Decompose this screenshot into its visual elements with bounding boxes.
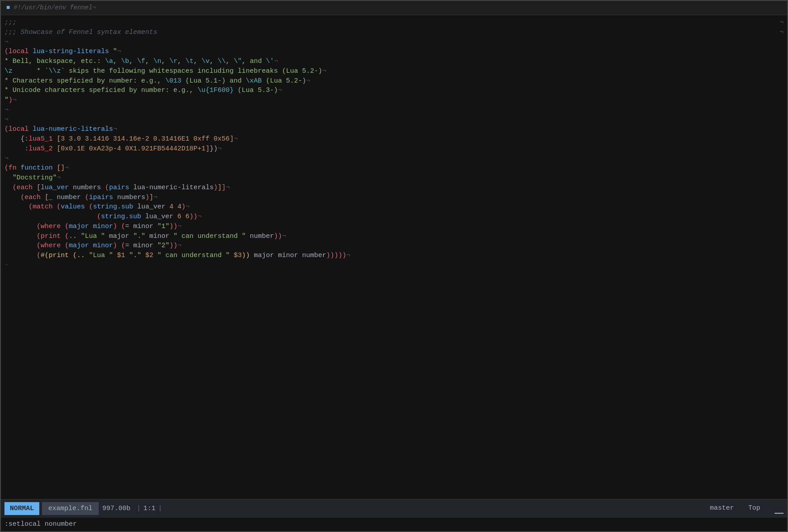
code-line-23: (print (.. "Lua " major "." minor " can …: [1, 232, 787, 241]
code-line-21: (string.sub lua_ver 6 6))¬: [1, 212, 787, 222]
cursor-underline: [775, 503, 784, 514]
code-line-24: (where (major minor) (= minor "2"))¬: [1, 241, 787, 251]
code-line-2: ;;; Showcase of Fennel syntax elements¬: [1, 28, 787, 37]
status-right: master Top: [710, 503, 784, 514]
code-line-16: (fn function []¬: [1, 163, 787, 173]
code-line-12: (local lua-numeric-literals¬: [1, 125, 787, 134]
title-text: #!/usr/bin/env fennel: [13, 3, 92, 12]
code-line-14: :lua5_2 [0x0.1E 0xA23p-4 0X1.921FB54442D…: [1, 144, 787, 154]
code-line-20: (match (values (string.sub lua_ver 4 4)¬: [1, 202, 787, 212]
code-line-17: "Docstring"¬: [1, 173, 787, 183]
separator-2: |: [158, 504, 162, 514]
mode-indicator: NORMAL: [4, 502, 39, 515]
code-line-10: ¬: [1, 105, 787, 115]
cursor-position: 1:1: [143, 504, 155, 514]
scroll-indicator: Top: [748, 503, 760, 514]
code-line-18: (each [lua_ver numbers (pairs lua-numeri…: [1, 183, 787, 193]
code-line-tilde: ~: [1, 261, 787, 270]
separator-1: |: [137, 504, 141, 514]
code-line-8: * Unicode characters speficied by number…: [1, 86, 787, 96]
cmdline-text: :setlocal nonumber: [4, 520, 77, 529]
code-line-13: {:lua5_1 [3 3.0 3.1416 314.16e-2 0.31416…: [1, 134, 787, 144]
code-line-5: * Bell, backspace, etc.: \a, \b, \f, \n,…: [1, 57, 787, 66]
title-bar: ■ #!/usr/bin/env fennel ¬: [1, 1, 787, 15]
pilcrow-title: ¬: [92, 3, 96, 12]
code-line-19: (each [_ number (ipairs numbers)]¬: [1, 193, 787, 203]
code-line-9: ")¬: [1, 96, 787, 105]
title-icon: ■: [6, 3, 10, 12]
filesize-indicator: 997.00b: [102, 504, 130, 514]
code-line-7: * Characters speficied by number: e.g., …: [1, 76, 787, 86]
code-line-3: ¬: [1, 37, 787, 47]
code-line-11: ¬: [1, 115, 787, 125]
code-line-22: (where (major minor) (= minor "1"))¬: [1, 222, 787, 232]
code-line-15: ¬: [1, 154, 787, 164]
code-line-6: \z * `\\z` skips the following whitespac…: [1, 66, 787, 76]
status-bar: NORMAL example.fnl 997.00b | 1:1 | maste…: [1, 499, 787, 518]
code-line-25: (#(print (.. "Lua " $1 "." $2 " can unde…: [1, 251, 787, 261]
cmdline: :setlocal nonumber: [1, 518, 787, 531]
editor-container: ■ #!/usr/bin/env fennel ¬ ;;;¬ ;;; Showc…: [0, 0, 788, 532]
code-line-1: ;;;¬: [1, 18, 787, 28]
code-line-4: (local lua-string-literals "¬: [1, 47, 787, 57]
git-branch: master: [710, 503, 734, 514]
filename-indicator: example.fnl: [42, 502, 99, 515]
code-area: ;;;¬ ;;; Showcase of Fennel syntax eleme…: [1, 15, 787, 499]
